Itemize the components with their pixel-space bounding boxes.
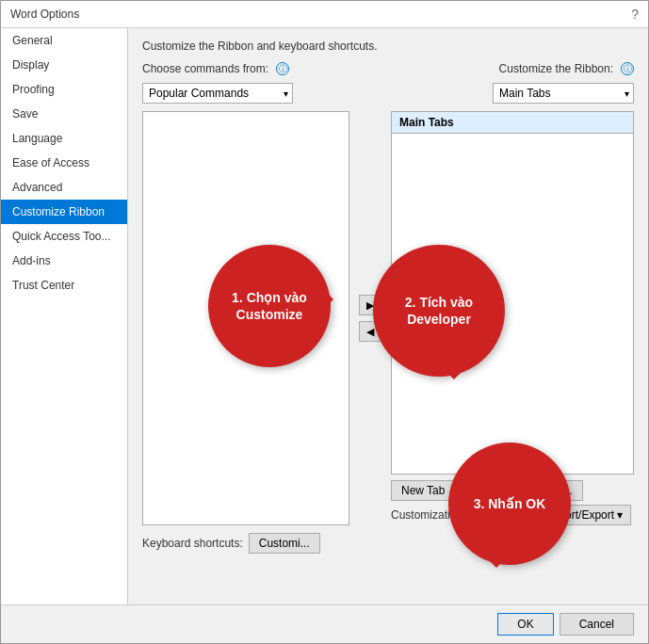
sidebar-item-display[interactable]: Display [1, 53, 127, 77]
keyboard-shortcuts-label: Keyboard shortcuts: [142, 537, 243, 550]
customize-ribbon-select[interactable]: Main Tabs [493, 83, 634, 104]
sidebar-item-ease-of-access[interactable]: Ease of Access [1, 151, 127, 175]
ribbon-panel-header: Main Tabs [391, 111, 634, 133]
annotation-bubble-2: 2. Tích vào Developer [373, 245, 505, 377]
sidebar-item-customize-ribbon[interactable]: Customize Ribbon [1, 200, 127, 224]
sidebar-item-trust-center[interactable]: Trust Center [1, 273, 127, 298]
sidebar: GeneralDisplayProofingSaveLanguageEase o… [1, 28, 128, 604]
choose-commands-select-wrapper: Popular Commands [142, 83, 293, 104]
dialog-footer: OK Cancel [1, 604, 648, 643]
cancel-button[interactable]: Cancel [560, 613, 634, 636]
sidebar-item-save[interactable]: Save [1, 102, 127, 126]
ok-button[interactable]: OK [497, 613, 553, 636]
sidebar-item-advanced[interactable]: Advanced [1, 175, 127, 200]
annotation-bubble-1: 1. Chọn vào Customize [208, 245, 331, 367]
dropdowns-row: Popular Commands Main Tabs [142, 83, 634, 104]
choose-commands-label: Choose commands from: [142, 62, 268, 75]
customize-ribbon-select-wrapper: Main Tabs [493, 83, 634, 104]
title-bar: Word Options ? [1, 1, 648, 28]
choose-commands-row: Choose commands from: ⓘ Customize the Ri… [142, 62, 634, 75]
sidebar-item-proofing[interactable]: Proofing [1, 77, 127, 102]
customize-ribbon-info-icon[interactable]: ⓘ [621, 62, 634, 75]
section-heading: Customize the Ribbon and keyboard shortc… [142, 40, 634, 53]
sidebar-item-language[interactable]: Language [1, 126, 127, 151]
new-tab-button[interactable]: New Tab [391, 480, 455, 501]
sidebar-item-quick-access[interactable]: Quick Access Too... [1, 224, 127, 249]
choose-commands-select[interactable]: Popular Commands [142, 83, 293, 104]
help-button[interactable]: ? [631, 7, 639, 22]
main-content: Customize the Ribbon and keyboard shortc… [128, 28, 648, 604]
choose-commands-info-icon[interactable]: ⓘ [276, 62, 289, 75]
word-options-dialog: Word Options ? GeneralDisplayProofingSav… [0, 0, 649, 644]
customize-keyboard-button[interactable]: Customi... [249, 533, 320, 554]
dialog-body: GeneralDisplayProofingSaveLanguageEase o… [1, 28, 648, 604]
customize-ribbon-label: Customize the Ribbon: [499, 62, 613, 75]
sidebar-item-general[interactable]: General [1, 28, 127, 53]
sidebar-item-add-ins[interactable]: Add-ins [1, 249, 127, 273]
annotation-bubble-3: 3. Nhấn OK [448, 443, 571, 565]
window-title: Word Options [10, 8, 79, 21]
